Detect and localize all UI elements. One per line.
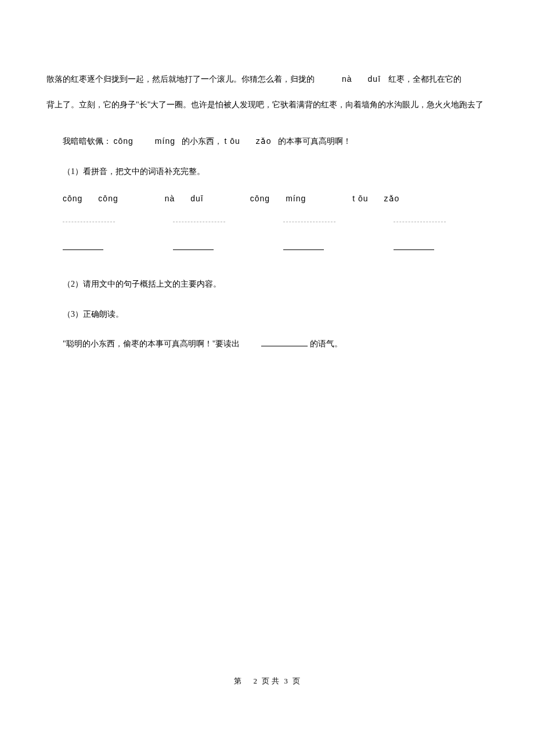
text-run: 我暗暗钦佩： [63,137,111,146]
inline-pinyin-dui: duī [368,74,381,84]
question-label: （3）正确朗读。 [63,310,124,319]
pinyin-dui: duī [190,189,203,209]
text-run: 背上了。立刻，它的身子"长"大了一圈。也许是怕被人发现吧，它驮着满背的红枣，向着… [46,100,484,109]
pinyin-ming: míng [286,189,306,209]
footer-page-number: 2 [253,677,257,685]
fill-blank[interactable] [394,241,434,250]
footer-prefix: 第 [234,677,241,685]
pinyin-cong-3: cōng [250,189,270,209]
text-run: 红枣，全都扎在它的 [388,75,461,84]
footer-total: 3 [284,677,288,685]
fill-blank[interactable] [63,241,103,250]
fill-blank[interactable] [173,241,214,250]
pinyin-group-1: cōng cōng [63,189,118,209]
question-3: （3）正确朗读。 [46,305,488,324]
question-4: "聪明的小东西，偷枣的本事可真高明啊！"要读出 的语气。 [46,334,488,354]
inline-pinyin-ming: míng [155,136,175,146]
pinyin-answer-row: cōng cōng nà duī cōng míng t ōu zǎo [46,189,488,209]
blank-cell-1 [63,210,127,257]
question-label: （1）看拼音，把文中的词语补充完整。 [63,167,205,176]
pinyin-group-4: t ōu zǎo [352,189,399,209]
footer-middle: 页 共 [262,677,279,685]
pinyin-group-2: nà duī [165,189,204,209]
text-run: 的本事可真高明啊！ [278,137,351,146]
document-body: 散落的红枣逐个归拢到一起，然后就地打了一个滚儿。你猜怎么着，归拢的 nà duī… [0,0,534,354]
inline-pinyin-zao: zǎo [256,136,272,146]
text-run: 的语气。 [310,339,342,348]
pinyin-group-3: cōng míng [250,189,306,209]
paragraph-3: 我暗暗钦佩： cōng míng 的小东西， t ōu zǎo 的本事可真高明啊… [46,132,488,151]
question-2: （2）请用文中的句子概括上文的主要内容。 [46,274,488,294]
text-run: 散落的红枣逐个归拢到一起，然后就地打了一个滚儿。你猜怎么着，归拢的 [46,75,315,84]
pinyin-na: nà [165,189,175,209]
pinyin-zao: zǎo [384,189,400,209]
question-label: （2）请用文中的句子概括上文的主要内容。 [63,280,221,288]
blank-answer-row [46,210,488,257]
blank-cell-4 [394,210,457,257]
paragraph-2: 背上了。立刻，它的身子"长"大了一圈。也许是怕被人发现吧，它驮着满背的红枣，向着… [46,95,488,115]
fill-blank-inline[interactable] [261,338,308,346]
text-run: 的小东西， [182,137,222,146]
page-footer: 第 2 页 共 3 页 [0,676,534,686]
pinyin-tou: t ōu [352,189,368,209]
pinyin-cong-2: cōng [98,189,118,209]
inline-pinyin-tou: t ōu [224,136,240,146]
question-label: "聪明的小东西，偷枣的本事可真高明啊！"要读出 [63,339,240,348]
inline-pinyin-na: nà [342,74,352,84]
pinyin-cong: cōng [63,189,82,209]
question-1: （1）看拼音，把文中的词语补充完整。 [46,162,488,182]
blank-cell-3 [283,210,347,257]
fill-blank[interactable] [283,241,324,250]
footer-suffix: 页 [293,677,300,685]
paragraph-1: 散落的红枣逐个归拢到一起，然后就地打了一个滚儿。你猜怎么着，归拢的 nà duī… [46,70,488,89]
inline-pinyin-cong: cōng [114,136,134,146]
blank-cell-2 [173,210,237,257]
